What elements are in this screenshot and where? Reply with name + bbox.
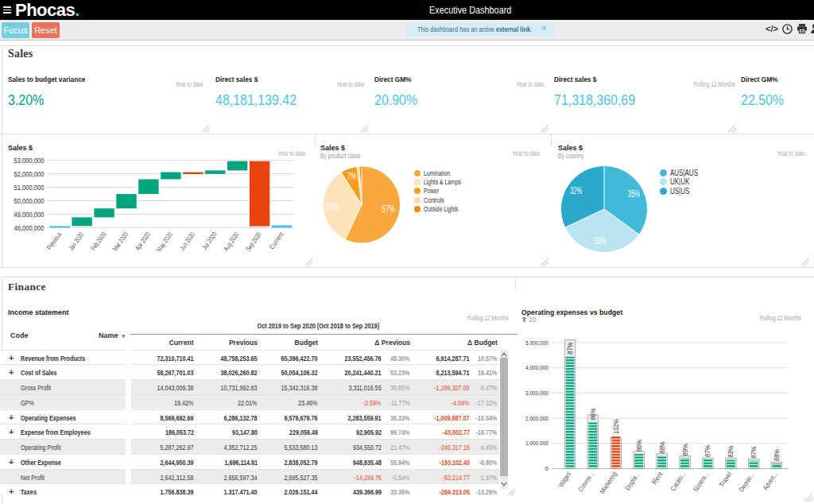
svg-text:88%: 88% — [773, 449, 781, 461]
svg-text:51,000,000: 51,000,000 — [14, 184, 45, 192]
svg-text:Jan 2020: Jan 2020 — [67, 231, 85, 252]
svg-text:88%: 88% — [658, 441, 666, 453]
svg-text:86%: 86% — [589, 408, 597, 420]
svg-text:48,000,000: 48,000,000 — [14, 224, 45, 232]
svg-text:52,000,000: 52,000,000 — [14, 170, 45, 178]
svg-text:Wages: Wages — [556, 471, 572, 489]
svg-text:32%: 32% — [570, 185, 582, 196]
svg-text:87%: 87% — [704, 445, 711, 457]
svg-text:7%: 7% — [347, 171, 357, 182]
svg-text:Supera...: Supera... — [692, 471, 711, 494]
svg-text:83%: 83% — [727, 445, 735, 457]
svg-text:Catalo...: Catalo... — [669, 471, 687, 493]
svg-text:May 2020: May 2020 — [155, 231, 174, 254]
svg-text:Current: Current — [268, 230, 285, 250]
svg-text:53,000,000: 53,000,000 — [14, 157, 45, 165]
svg-text:Feb 2020: Feb 2020 — [89, 231, 107, 252]
svg-text:57%: 57% — [382, 204, 395, 215]
svg-text:87%: 87% — [566, 342, 574, 354]
svg-text:34%: 34% — [325, 201, 339, 212]
svg-text:Previous: Previous — [45, 231, 64, 251]
svg-text:Marketing: Marketing — [598, 470, 618, 494]
svg-text:Aug 2020: Aug 2020 — [222, 231, 241, 253]
svg-text:Deprec...: Deprec... — [737, 471, 756, 494]
svg-text:Rent: Rent — [650, 470, 665, 486]
svg-text:35%: 35% — [628, 188, 640, 200]
svg-text:Advert...: Advert... — [761, 471, 779, 492]
svg-text:0: 0 — [545, 465, 549, 472]
svg-text:49,000,000: 49,000,000 — [14, 211, 45, 219]
svg-text:33%: 33% — [594, 235, 606, 246]
svg-text:Commis...: Commis... — [576, 471, 595, 494]
svg-text:3,000,000: 3,000,000 — [525, 390, 548, 397]
svg-text:1,000,000: 1,000,000 — [525, 440, 548, 447]
svg-text:Apr 2020: Apr 2020 — [134, 231, 152, 252]
svg-text:Jul 2020: Jul 2020 — [200, 231, 219, 251]
svg-text:4,000,000: 4,000,000 — [525, 364, 548, 371]
svg-text:50,000,000: 50,000,000 — [14, 197, 45, 205]
svg-text:89%: 89% — [681, 444, 689, 456]
svg-text:Displa...: Displa... — [623, 471, 642, 492]
svg-text:Jun 2020: Jun 2020 — [178, 231, 196, 252]
svg-text:Mar 2020: Mar 2020 — [110, 231, 130, 253]
svg-text:86%: 86% — [635, 440, 643, 452]
svg-text:Sep 2020: Sep 2020 — [244, 231, 263, 253]
svg-text:2,000,000: 2,000,000 — [525, 415, 548, 422]
svg-text:87%: 87% — [750, 446, 758, 458]
svg-text:102%: 102% — [612, 419, 620, 434]
svg-text:5,000,000: 5,000,000 — [525, 339, 548, 347]
svg-text:Travel: Travel — [717, 470, 733, 488]
